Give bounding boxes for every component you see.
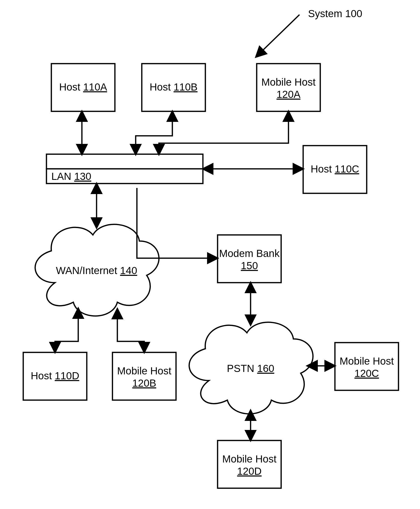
svg-line-0	[259, 15, 299, 54]
host-a-label: Host	[59, 81, 80, 93]
mobile-host-a-id: 120A	[276, 89, 300, 100]
svg-text:Mobile Host: Mobile Host	[261, 76, 316, 88]
svg-text:Host
       
      110B: Host 110B	[150, 81, 198, 93]
modem-bank-label: Modem Bank	[219, 248, 280, 259]
title-label: System	[308, 8, 342, 19]
mobile-host-c-id: 120C	[354, 368, 379, 379]
node-host-a: Host 110A	[51, 64, 115, 111]
host-b-label: Host	[150, 81, 171, 93]
title-id: 100	[345, 8, 362, 19]
pstn-label: PSTN	[227, 363, 254, 374]
svg-text:Host
       
      110A: Host 110A	[59, 81, 107, 93]
node-modem-bank: Modem Bank 150	[218, 235, 281, 283]
host-d-id: 110D	[55, 370, 79, 382]
mobile-host-d-label: Mobile Host	[222, 453, 276, 465]
pstn-id: 160	[257, 363, 274, 374]
node-host-d: Host 110D	[23, 352, 87, 400]
node-wan: WAN/Internet 140	[35, 224, 159, 316]
node-mobile-host-d: Mobile Host 120D	[218, 440, 281, 488]
host-a-id: 110A	[83, 81, 107, 93]
svg-text:LAN
       
      130: LAN 130	[51, 171, 91, 182]
mobile-host-a-label: Mobile Host	[261, 76, 316, 88]
node-mobile-host-c: Mobile Host 120C	[335, 343, 398, 390]
lan-label: LAN	[51, 171, 71, 182]
mobile-host-b-label: Mobile Host	[117, 365, 171, 377]
svg-text:Host
       
      110C: Host 110C	[311, 163, 359, 175]
lan-id: 130	[74, 171, 91, 182]
host-c-label: Host	[311, 163, 332, 175]
modem-bank-id: 150	[241, 260, 258, 271]
host-b-id: 110B	[174, 81, 198, 93]
svg-text:PSTN
       
      160: PSTN 160	[227, 363, 274, 374]
svg-text:Host
       
      110D: Host 110D	[31, 370, 79, 382]
title-pointer: System 100	[259, 8, 362, 54]
node-host-c: Host 110C	[303, 146, 367, 193]
host-d-label: Host	[31, 370, 52, 382]
mobile-host-d-id: 120D	[237, 465, 262, 477]
wan-id: 140	[120, 265, 137, 276]
node-pstn: PSTN 160	[189, 322, 313, 414]
wan-label: WAN/Internet	[56, 265, 117, 276]
mobile-host-c-label: Mobile Host	[340, 355, 394, 367]
diagram-canvas: System 100 Host 110A Host 110B Mobile Ho…	[0, 0, 420, 509]
host-c-id: 110C	[335, 163, 359, 175]
node-mobile-host-b: Mobile Host 120B	[112, 352, 176, 400]
svg-text:System
       
      100: System 100	[308, 8, 362, 19]
svg-text:WAN/Internet
       
      140: WAN/Internet 140	[56, 265, 137, 276]
mobile-host-b-id: 120B	[132, 377, 156, 389]
node-host-b: Host 110B	[142, 64, 205, 111]
node-mobile-host-a: Mobile Host 120A	[257, 64, 320, 111]
node-lan: LAN 130	[46, 154, 203, 184]
svg-rect-8	[46, 154, 203, 169]
